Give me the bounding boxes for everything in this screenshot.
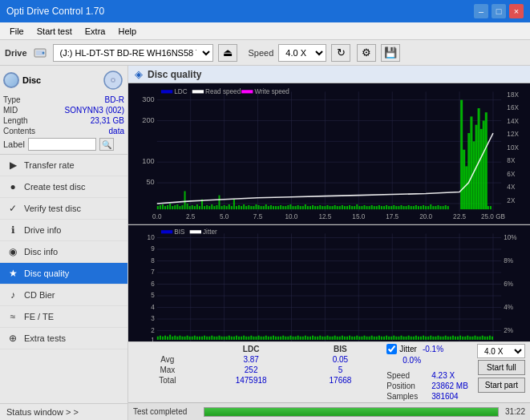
svg-rect-260 <box>229 336 230 340</box>
eject-button[interactable]: ⏏ <box>218 44 237 62</box>
svg-rect-99 <box>285 206 286 209</box>
svg-rect-52 <box>169 204 171 209</box>
stats-col-bis: BIS <box>301 344 381 354</box>
svg-rect-312 <box>356 336 358 340</box>
config-button[interactable]: ⚙ <box>357 44 376 62</box>
sidebar-item-disc-quality[interactable]: ★ Disc quality <box>0 263 127 285</box>
svg-rect-136 <box>376 206 378 209</box>
svg-text:10.0: 10.0 <box>285 213 298 220</box>
svg-rect-344 <box>435 337 436 340</box>
maximize-button[interactable]: □ <box>492 4 506 18</box>
svg-rect-48 <box>160 205 161 209</box>
sidebar-item-drive-info[interactable]: ℹ Drive info <box>0 220 127 241</box>
title-bar: Opti Drive Control 1.70 – □ × <box>0 0 530 22</box>
status-window-item[interactable]: Status window > > <box>0 403 127 420</box>
sidebar-item-disc-info[interactable]: ◉ Disc info <box>0 241 127 263</box>
svg-text:25.0 GB: 25.0 GB <box>481 213 505 220</box>
svg-rect-299 <box>324 337 326 340</box>
svg-rect-316 <box>366 337 368 340</box>
menu-file[interactable]: File <box>3 25 30 38</box>
svg-rect-116 <box>326 205 328 209</box>
speed-stat-value: 4.23 X <box>431 371 455 380</box>
stats-avg-bis: 0.05 <box>301 354 381 365</box>
svg-rect-324 <box>386 336 387 340</box>
svg-rect-82 <box>243 204 245 209</box>
svg-rect-301 <box>330 337 331 340</box>
svg-rect-283 <box>285 337 286 340</box>
save-button[interactable]: 💾 <box>381 44 400 62</box>
svg-rect-281 <box>280 337 281 340</box>
progress-bar-container <box>204 407 499 417</box>
sidebar-item-transfer-rate[interactable]: ▶ Transfer rate <box>0 155 127 176</box>
speed-dropdown[interactable]: 4.0 X <box>477 344 525 358</box>
menu-start-test[interactable]: Start test <box>30 25 79 38</box>
sidebar-item-create-test-disc[interactable]: ● Create test disc <box>0 176 127 198</box>
svg-rect-124 <box>346 206 348 209</box>
svg-text:6X: 6X <box>507 171 516 178</box>
menu-extra[interactable]: Extra <box>79 25 112 38</box>
svg-text:BIS: BIS <box>174 228 185 236</box>
sidebar-item-fe-te[interactable]: ≈ FE / TE <box>0 306 127 328</box>
svg-text:10X: 10X <box>507 144 519 151</box>
svg-rect-97 <box>280 205 281 209</box>
extra-tests-label: Extra tests <box>24 333 66 343</box>
sidebar-item-extra-tests[interactable]: ⊕ Extra tests <box>0 328 127 349</box>
svg-rect-157 <box>427 206 429 209</box>
svg-rect-105 <box>300 206 301 209</box>
svg-rect-79 <box>236 206 237 209</box>
svg-rect-314 <box>361 337 362 340</box>
sidebar-item-cd-bier[interactable]: ♪ CD Bier <box>0 285 127 306</box>
svg-rect-263 <box>236 336 237 340</box>
svg-rect-58 <box>184 191 186 209</box>
svg-rect-340 <box>425 337 427 340</box>
svg-rect-240 <box>179 336 180 340</box>
refresh-button[interactable]: ↻ <box>331 44 350 62</box>
fe-te-label: FE / TE <box>24 312 54 321</box>
svg-rect-367 <box>492 337 493 340</box>
svg-rect-303 <box>334 336 336 340</box>
menu-help[interactable]: Help <box>111 25 143 38</box>
sidebar-item-verify-test-disc[interactable]: ✓ Verify test disc <box>0 198 127 220</box>
start-full-button[interactable]: Start full <box>478 360 525 375</box>
svg-rect-106 <box>302 206 304 209</box>
speed-select[interactable]: 4.0 X <box>278 44 326 62</box>
svg-rect-110 <box>312 205 314 209</box>
start-part-button[interactable]: Start part <box>478 378 525 393</box>
svg-rect-358 <box>469 337 471 340</box>
disc-quality-header-icon: ◈ <box>135 68 143 80</box>
disc-info-icon: ◉ <box>6 245 19 258</box>
jitter-checkbox[interactable] <box>386 344 397 354</box>
drive-select[interactable]: (J:) HL-DT-ST BD-RE WH16NS58 TST4 <box>53 44 213 62</box>
svg-text:6: 6 <box>151 280 155 287</box>
disc-label-input[interactable] <box>28 138 96 151</box>
svg-text:15.0: 15.0 <box>352 213 365 220</box>
svg-rect-90 <box>263 206 265 209</box>
svg-rect-295 <box>314 337 316 340</box>
svg-rect-237 <box>172 337 173 340</box>
jitter-check-row: Jitter -0.1% <box>386 344 468 354</box>
svg-rect-144 <box>395 206 397 209</box>
status-window-label: Status window > > <box>6 407 79 417</box>
svg-rect-59 <box>187 204 188 209</box>
svg-rect-178 <box>490 206 492 209</box>
app-title: Opti Drive Control 1.70 <box>6 6 104 17</box>
svg-rect-138 <box>381 206 382 209</box>
svg-rect-125 <box>349 205 350 209</box>
svg-rect-132 <box>366 206 368 209</box>
minimize-button[interactable]: – <box>474 4 488 18</box>
disc-contents-row: Contents data <box>3 126 124 136</box>
svg-rect-75 <box>226 206 228 209</box>
svg-rect-69 <box>211 204 212 209</box>
disc-label-btn[interactable]: 🔍 <box>99 138 114 151</box>
svg-rect-275 <box>265 336 267 340</box>
jitter-avg-value: -0.1% <box>423 345 443 353</box>
svg-rect-141 <box>388 206 390 209</box>
svg-rect-257 <box>221 337 223 340</box>
close-button[interactable]: × <box>509 4 524 18</box>
svg-rect-84 <box>248 205 249 209</box>
svg-rect-173 <box>478 108 480 209</box>
svg-rect-264 <box>238 337 240 340</box>
svg-rect-88 <box>258 205 260 209</box>
svg-text:8: 8 <box>151 256 155 264</box>
svg-text:5: 5 <box>151 292 155 299</box>
